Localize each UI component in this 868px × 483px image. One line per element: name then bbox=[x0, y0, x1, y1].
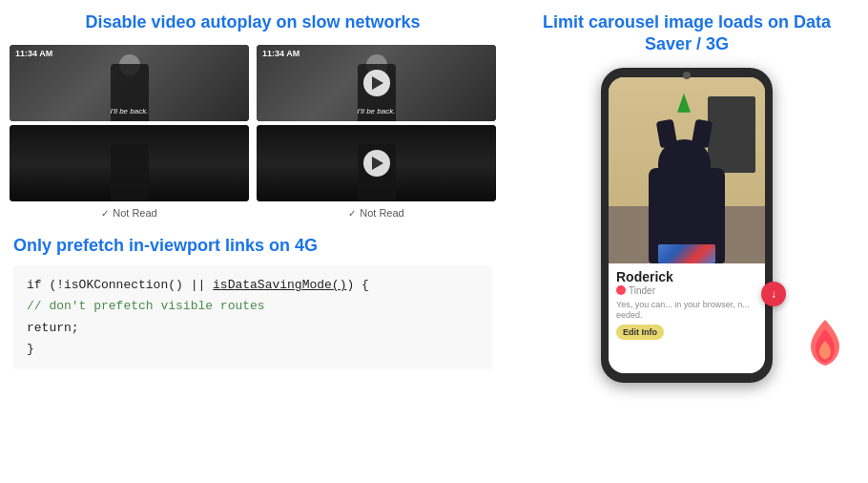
dog-bandana bbox=[658, 244, 715, 263]
code-block: if (!isOKConnection() || isDataSavingMod… bbox=[13, 265, 492, 368]
prefetch-section: Only prefetch in-viewport links on 4G if… bbox=[0, 220, 506, 376]
video-grid: 11:34 AM I'll be back. ✓ Not Read bbox=[0, 45, 506, 220]
code-underline: isDataSavingMode() bbox=[213, 278, 346, 292]
checkmark-icon-1: ✓ bbox=[101, 208, 109, 219]
video-frame-2 bbox=[10, 125, 249, 201]
phone-camera bbox=[683, 72, 691, 79]
profile-app-label: Tinder bbox=[629, 285, 655, 296]
right-section-title: Limit carousel image loads on Data Saver… bbox=[506, 0, 868, 64]
dog-photo bbox=[609, 77, 765, 263]
caption-2: I'll be back. bbox=[358, 107, 396, 116]
play-button-2[interactable] bbox=[363, 150, 390, 177]
tinder-flame-container bbox=[806, 320, 844, 371]
scroll-down-icon: ↓ bbox=[771, 287, 776, 301]
photo-furniture bbox=[708, 96, 755, 173]
phone-screen: Roderick Tinder Yes, you can... in your … bbox=[609, 77, 765, 373]
dog-head bbox=[658, 139, 711, 187]
tinder-flame-icon bbox=[806, 320, 844, 368]
code-line-2: // don't prefetch visible routes bbox=[27, 296, 479, 317]
phone: Roderick Tinder Yes, you can... in your … bbox=[601, 68, 773, 383]
checkmark-icon-2: ✓ bbox=[348, 208, 356, 219]
caption-1: I'll be back. bbox=[111, 107, 149, 116]
video-frame-3: 11:34 AM I'll be back. bbox=[257, 45, 496, 121]
right-section: Limit carousel image loads on Data Saver… bbox=[506, 0, 868, 483]
not-read-label-2: ✓ Not Read bbox=[257, 205, 496, 220]
video-panel-right: 11:34 AM I'll be back. ✓ Not Read bbox=[257, 45, 496, 220]
play-triangle-1 bbox=[372, 76, 383, 90]
prefetch-title: Only prefetch in-viewport links on 4G bbox=[13, 236, 492, 256]
video-frame-1: 11:34 AM I'll be back. bbox=[10, 45, 249, 121]
video-section: Disable video autoplay on slow networks … bbox=[0, 0, 506, 220]
left-section: Disable video autoplay on slow networks … bbox=[0, 0, 506, 483]
dog-body bbox=[649, 168, 725, 263]
code-line-3: return; bbox=[27, 318, 479, 339]
video-section-title: Disable video autoplay on slow networks bbox=[0, 0, 506, 41]
profile-name: Roderick bbox=[616, 269, 757, 284]
timestamp-1: 11:34 AM bbox=[15, 49, 52, 58]
code-line-4: } bbox=[27, 339, 479, 360]
video-frame-4 bbox=[257, 125, 496, 201]
profile-card: Roderick Tinder Yes, you can... in your … bbox=[609, 263, 765, 344]
profile-app: Tinder bbox=[616, 285, 757, 296]
scroll-down-button[interactable]: ↓ bbox=[761, 282, 786, 306]
not-read-text-1: Not Read bbox=[113, 207, 156, 219]
play-button-1[interactable] bbox=[363, 70, 390, 96]
not-read-text-2: Not Read bbox=[360, 207, 403, 219]
phone-container: Roderick Tinder Yes, you can... in your … bbox=[506, 64, 868, 383]
tinder-icon bbox=[616, 285, 626, 295]
timestamp-2: 11:34 AM bbox=[262, 49, 300, 58]
not-read-label-1: ✓ Not Read bbox=[10, 205, 249, 220]
profile-text: Yes, you can... in your browser, n... ee… bbox=[616, 300, 757, 322]
video-panel-left: 11:34 AM I'll be back. ✓ Not Read bbox=[10, 45, 249, 220]
play-triangle-2 bbox=[372, 157, 383, 170]
edit-info-button[interactable]: Edit Info bbox=[616, 325, 664, 340]
code-line-1: if (!isOKConnection() || isDataSavingMod… bbox=[27, 275, 479, 296]
dog-silhouette bbox=[649, 168, 725, 263]
